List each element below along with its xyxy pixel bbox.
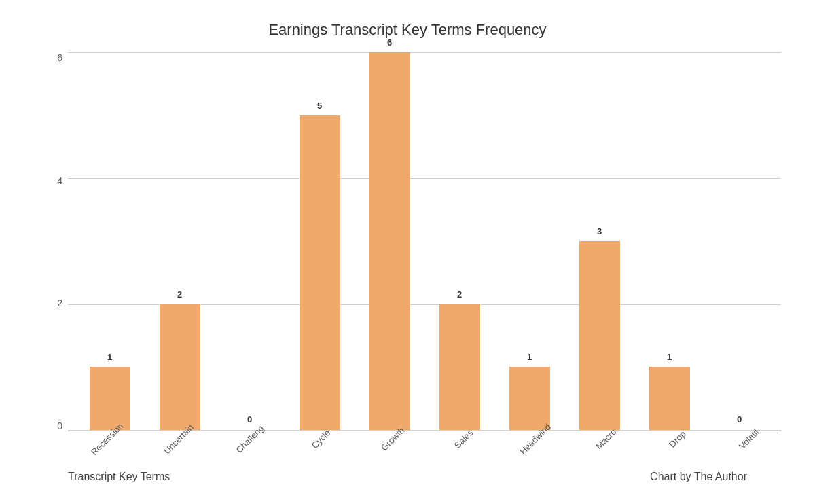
chart-attribution: Chart by The Author [650, 471, 747, 483]
bar-value-label: 2 [457, 289, 462, 300]
bar-group: 5 [285, 52, 355, 430]
bar: 1 [509, 367, 550, 430]
y-tick: 2 [57, 298, 62, 308]
bar: 1 [649, 367, 690, 430]
bar-value-label: 2 [177, 289, 182, 300]
bar-value-label: 6 [387, 37, 392, 48]
bar-group: 1 [494, 52, 564, 430]
y-axis: 6420 [34, 52, 68, 465]
bar-value-label: 3 [597, 226, 602, 236]
x-tick-wrap: Growth [353, 435, 424, 446]
x-tick-wrap: Sales [424, 435, 496, 446]
bar-group: 0 [215, 52, 285, 430]
bar-group: 0 [704, 52, 774, 430]
bar-group: 2 [145, 52, 215, 430]
chart-footer: Transcript Key Terms Chart by The Author [34, 465, 781, 483]
chart-title: Earnings Transcript Key Terms Frequency [268, 21, 546, 39]
bar-group: 1 [634, 52, 704, 430]
y-tick: 0 [57, 420, 62, 431]
x-tick-wrap: Drop [638, 435, 710, 446]
x-tick-wrap: Macro [567, 435, 638, 446]
bar-group: 6 [355, 52, 424, 430]
bar-value-label: 0 [737, 414, 742, 425]
bar-value-label: 0 [247, 414, 252, 425]
bar-value-label: 5 [317, 101, 322, 111]
x-tick-wrap: Cycle [282, 435, 353, 446]
bar-value-label: 1 [667, 352, 672, 362]
x-tick: Sales [452, 427, 475, 450]
x-axis: RecessionUncertainChallengCycleGrowthSal… [68, 431, 781, 465]
bar: 5 [300, 115, 340, 430]
y-tick: 4 [57, 175, 62, 186]
y-tick: 6 [57, 52, 62, 63]
bar: 3 [579, 241, 620, 430]
bar-value-label: 1 [527, 352, 532, 362]
x-tick: Drop [668, 429, 689, 450]
bar-group: 3 [564, 52, 634, 430]
x-tick-wrap: Headwind [496, 435, 567, 446]
x-tick: Cycle [310, 428, 333, 451]
x-tick-wrap: Challeng [211, 435, 282, 446]
bar-group: 2 [424, 52, 494, 430]
bars-and-grid: 1205621310 [68, 52, 781, 430]
x-tick-wrap: Recession [68, 435, 139, 446]
bar-value-label: 1 [107, 352, 112, 362]
chart-inner: 1205621310 RecessionUncertainChallengCyc… [68, 52, 781, 465]
bar: 6 [369, 52, 410, 430]
bar: 1 [90, 367, 130, 430]
bar: 2 [160, 304, 200, 430]
bar: 2 [439, 304, 480, 430]
grid-line [68, 430, 781, 431]
chart-container: Earnings Transcript Key Terms Frequency … [34, 21, 781, 483]
x-tick-wrap: Uncertain [139, 435, 211, 446]
bar-group: 1 [75, 52, 145, 430]
x-axis-label: Transcript Key Terms [68, 471, 170, 483]
x-tick-wrap: Volatil [710, 435, 781, 446]
chart-area: 6420 1205621310 RecessionUncertainChalle… [34, 52, 781, 465]
bars-row: 1205621310 [68, 52, 781, 430]
